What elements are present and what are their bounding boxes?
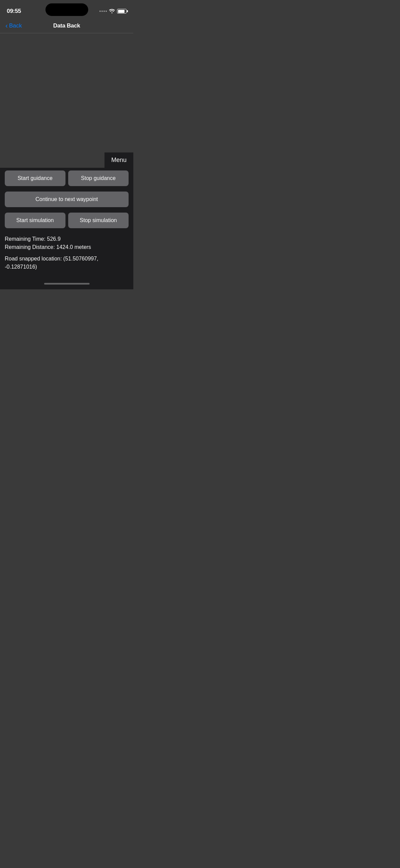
road-snapped-location: Road snapped location: (51.50760997, -0.… (5, 255, 129, 271)
battery-icon (117, 9, 127, 14)
remaining-time: Remaining Time: 526.9 (5, 236, 61, 242)
home-indicator (0, 278, 133, 289)
start-guidance-button[interactable]: Start guidance (5, 170, 65, 186)
phone-container: 09:55 ‹ Back Data Back (0, 0, 133, 289)
status-bar: 09:55 (0, 0, 133, 18)
nav-bar: ‹ Back Data Back (0, 18, 133, 33)
status-icons (99, 8, 127, 14)
dynamic-island (45, 3, 88, 16)
info-section: Remaining Time: 526.9 Remaining Distance… (0, 231, 133, 278)
battery-fill (118, 10, 125, 13)
start-simulation-button[interactable]: Start simulation (5, 213, 65, 228)
waypoint-button-row: Continue to next waypoint (0, 189, 133, 210)
guidance-button-row: Start guidance Stop guidance (0, 168, 133, 189)
remaining-distance: Remaining Distance: 1424.0 meters (5, 244, 91, 250)
simulation-button-row: Start simulation Stop simulation (0, 210, 133, 231)
bottom-panel: Start guidance Stop guidance Continue to… (0, 168, 133, 289)
continue-waypoint-button[interactable]: Continue to next waypoint (5, 192, 129, 207)
info-text: Remaining Time: 526.9 Remaining Distance… (5, 235, 129, 271)
stop-simulation-button[interactable]: Stop simulation (68, 213, 129, 228)
signal-icon (99, 11, 107, 12)
wifi-icon (109, 8, 115, 14)
back-button[interactable]: ‹ Back (5, 22, 22, 29)
menu-button[interactable]: Menu (104, 152, 133, 168)
back-label: Back (9, 22, 22, 29)
stop-guidance-button[interactable]: Stop guidance (68, 170, 129, 186)
main-content: Menu (0, 33, 133, 168)
status-time: 09:55 (7, 8, 21, 15)
home-bar (44, 283, 90, 285)
menu-button-container: Menu (104, 152, 133, 168)
nav-title: Data Back (53, 22, 80, 29)
back-chevron-icon: ‹ (5, 22, 8, 29)
